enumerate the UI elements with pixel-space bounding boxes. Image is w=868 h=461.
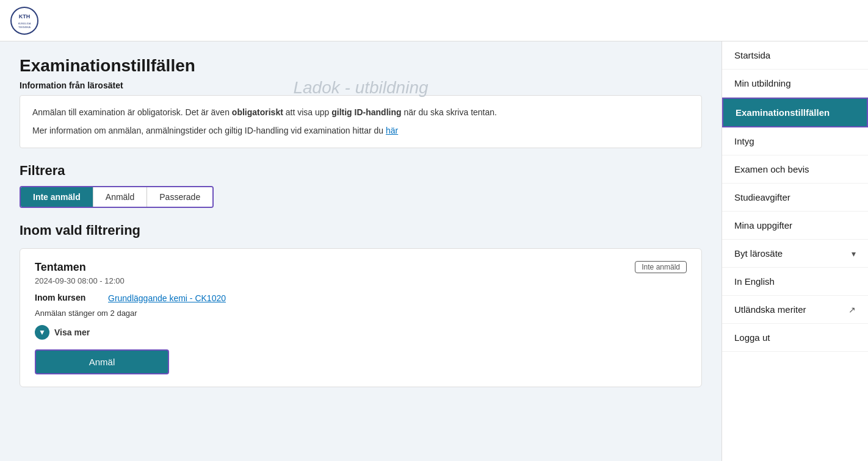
external-link-icon: ↗ [848,305,856,315]
course-link[interactable]: Grundläggande kemi - CK1020 [108,293,226,303]
filter-btn-passerade[interactable]: Passerade [147,187,212,207]
main-layout: Ladok - utbildning Examinationstillfälle… [0,41,868,461]
filter-label: Filtrera [20,163,702,179]
exam-row-value: Grundläggande kemi - CK1020 [108,293,226,304]
exam-card: Tentamen 2024-09-30 08:00 - 12:00 Inte a… [20,248,702,387]
filter-button-group: Inte anmäld Anmäld Passerade [20,186,214,208]
closing-info: Anmälan stänger om 2 dagar [35,309,687,318]
exam-course-row: Inom kursen Grundläggande kemi - CK1020 [35,293,687,304]
visa-mer-icon: ▼ [35,325,49,340]
svg-text:KUNGLIGA: KUNGLIGA [18,22,31,25]
header: KTH KUNGLIGA TEKNISKA [0,0,868,41]
kth-logo: KTH KUNGLIGA TEKNISKA [10,6,39,35]
status-badge: Inte anmäld [635,261,687,273]
sidebar-item-utlandska-meriter[interactable]: Utländska meriter ↗ [722,296,868,324]
sidebar-item-mina-uppgifter[interactable]: Mina uppgifter [722,212,868,240]
sidebar-item-in-english[interactable]: In English [722,268,868,296]
filter-btn-inte-anmald[interactable]: Inte anmäld [21,187,93,207]
sidebar-item-logga-ut[interactable]: Logga ut [722,324,868,352]
sidebar-item-min-utbildning[interactable]: Min utbildning [722,70,868,98]
page-title: Examinationstillfällen [20,56,702,76]
svg-point-0 [11,7,38,34]
anmal-button[interactable]: Anmäl [35,349,169,374]
exam-date: 2024-09-30 08:00 - 12:00 [35,276,125,285]
dropdown-arrow-icon: ▾ [852,249,856,259]
info-line1: Anmälan till examination är obligatorisk… [32,105,689,119]
main-content: Ladok - utbildning Examinationstillfälle… [0,41,722,461]
exam-card-left: Tentamen 2024-09-30 08:00 - 12:00 [35,261,125,293]
sidebar: Startsida Min utbildning Examinationstil… [722,41,868,461]
exam-row-label: Inom kursen [35,293,108,302]
info-link[interactable]: här [386,126,398,135]
info-line2: Mer information om anmälan, anmälningsti… [32,124,689,137]
sidebar-item-byt-larosate[interactable]: Byt lärosäte ▾ [722,240,868,268]
info-box: Anmälan till examination är obligatorisk… [20,95,702,148]
sidebar-item-studieavgifter[interactable]: Studieavgifter [722,184,868,212]
section-title: Inom vald filtrering [20,223,702,238]
filter-btn-anmald[interactable]: Anmäld [93,187,147,207]
info-section-label: Information från lärosätet [20,80,702,90]
visa-mer-label: Visa mer [54,327,90,337]
sidebar-item-examen-och-bevis[interactable]: Examen och bevis [722,155,868,184]
sidebar-item-examinationstillfallen[interactable]: Examinationstillfällen [722,98,868,127]
sidebar-item-intyg[interactable]: Intyg [722,127,868,155]
svg-text:KTH: KTH [19,13,31,20]
exam-type: Tentamen [35,261,125,274]
sidebar-item-startsida[interactable]: Startsida [722,41,868,70]
svg-text:TEKNISKA: TEKNISKA [18,26,31,29]
visa-mer-toggle[interactable]: ▼ Visa mer [35,325,687,340]
